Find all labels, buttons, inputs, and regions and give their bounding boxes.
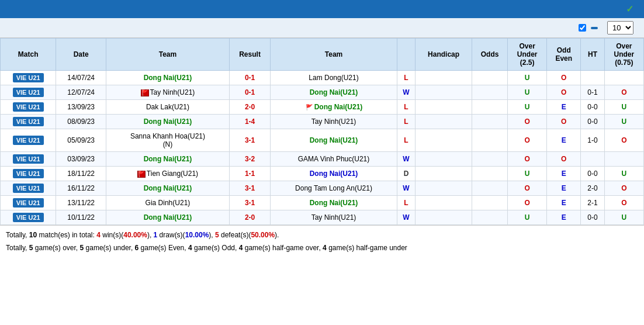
- cell-handicap: [416, 129, 472, 152]
- cell-handicap: [416, 115, 472, 129]
- cell-outcome: L: [397, 100, 415, 115]
- cell-odds: [472, 210, 508, 225]
- cell-ou075: [604, 71, 643, 85]
- col-oddeven: OddEven: [547, 39, 581, 71]
- cell-outcome: W: [397, 181, 415, 196]
- vie-badge: [591, 27, 598, 29]
- cell-ht: 2-0: [581, 181, 605, 196]
- cell-ht: 1-0: [581, 129, 605, 152]
- cell-team2: Dong Tam Long An(U21): [271, 181, 397, 196]
- footer-line2: Totally, 5 game(s) over, 5 game(s) under…: [6, 242, 638, 254]
- cell-outcome: W: [397, 210, 415, 225]
- cell-team2: Dong Nai(U21): [271, 196, 397, 210]
- cell-ou25: U: [508, 167, 547, 181]
- scores-table: Match Date Team Result Team Handicap Odd…: [0, 38, 644, 225]
- cell-match: VIE U21: [1, 100, 56, 115]
- cell-date: 18/11/22: [56, 167, 106, 181]
- cell-team1: Dong Nai(U21): [106, 115, 230, 129]
- cell-result: 0-1: [229, 85, 270, 100]
- table-header-row: Match Date Team Result Team Handicap Odd…: [1, 39, 644, 71]
- cell-date: 16/11/22: [56, 181, 106, 196]
- col-result: Result: [229, 39, 270, 71]
- cell-odds: [472, 196, 508, 210]
- cell-ou075: O: [604, 129, 643, 152]
- cell-ht: 0-0: [581, 210, 605, 225]
- cell-oddeven: E: [547, 100, 581, 115]
- cell-team1: Dong Nai(U21): [106, 181, 230, 196]
- col-date: Date: [56, 39, 106, 71]
- col-ou25: OverUnder(2.5): [508, 39, 547, 71]
- table-row: VIE U2105/09/23Sanna Khanh Hoa(U21) (N)3…: [1, 129, 644, 152]
- col-handicap: Handicap: [416, 39, 472, 71]
- table-row: VIE U2103/09/23Dong Nai(U21)3-2GAMA Vinh…: [1, 152, 644, 167]
- table-row: VIE U2113/09/23Dak Lak(U21)2-0🚩Dong Nai(…: [1, 100, 644, 115]
- cell-ou075: O: [604, 181, 643, 196]
- cell-match: VIE U21: [1, 115, 56, 129]
- cell-outcome: L: [397, 115, 415, 129]
- cell-handicap: [416, 71, 472, 85]
- col-ou075: OverUnder(0.75): [604, 39, 643, 71]
- table-row: VIE U2116/11/22Dong Nai(U21)3-1Dong Tam …: [1, 181, 644, 196]
- cell-oddeven: O: [547, 115, 581, 129]
- cell-handicap: [416, 85, 472, 100]
- cell-ht: [581, 71, 605, 85]
- cell-ou075: U: [604, 167, 643, 181]
- cell-handicap: [416, 181, 472, 196]
- cell-date: 05/09/23: [56, 129, 106, 152]
- cell-team1: Sanna Khanh Hoa(U21) (N): [106, 129, 230, 152]
- cell-date: 12/07/24: [56, 85, 106, 100]
- cell-odds: [472, 152, 508, 167]
- cell-date: 10/11/22: [56, 210, 106, 225]
- cell-match: VIE U21: [1, 152, 56, 167]
- cell-date: 03/09/23: [56, 152, 106, 167]
- games-select[interactable]: 10 5 15 20 25 All: [607, 21, 633, 34]
- table-row: VIE U2112/07/24🚩Tay Ninh(U21)0-1Dong Nai…: [1, 85, 644, 100]
- col-ht: HT: [581, 39, 605, 71]
- cell-match: VIE U21: [1, 129, 56, 152]
- cell-ou075: U: [604, 115, 643, 129]
- cell-team2: Lam Dong(U21): [271, 71, 397, 85]
- header: ✓: [0, 0, 644, 18]
- cell-ou25: O: [508, 115, 547, 129]
- table-row: VIE U2114/07/24Dong Nai(U21)0-1Lam Dong(…: [1, 71, 644, 85]
- cell-ou25: O: [508, 152, 547, 167]
- cell-ou075: U: [604, 100, 643, 115]
- footer: Totally, 10 match(es) in total: 4 win(s)…: [0, 225, 644, 259]
- cell-match: VIE U21: [1, 196, 56, 210]
- cell-team2: Tay Ninh(U21): [271, 210, 397, 225]
- cell-odds: [472, 100, 508, 115]
- col-odds: Odds: [472, 39, 508, 71]
- cell-result: 1-4: [229, 115, 270, 129]
- footer-line1: Totally, 10 match(es) in total: 4 win(s)…: [6, 229, 638, 241]
- cell-outcome: L: [397, 196, 415, 210]
- cell-match: VIE U21: [1, 181, 56, 196]
- cell-ou25: U: [508, 100, 547, 115]
- cell-ou25: O: [508, 129, 547, 152]
- cell-ht: 0-0: [581, 115, 605, 129]
- display-notes-check[interactable]: ✓: [626, 4, 633, 15]
- filter-bar: 10 5 15 20 25 All: [0, 18, 644, 38]
- cell-oddeven: E: [547, 196, 581, 210]
- vie-filter-checkbox[interactable]: [579, 24, 586, 32]
- cell-ou25: U: [508, 71, 547, 85]
- cell-handicap: [416, 196, 472, 210]
- table-row: VIE U2110/11/22Dong Nai(U21)2-0Tay Ninh(…: [1, 210, 644, 225]
- cell-ht: 0-1: [581, 85, 605, 100]
- cell-outcome: W: [397, 152, 415, 167]
- cell-team1: Dong Nai(U21): [106, 152, 230, 167]
- cell-team1: Gia Dinh(U21): [106, 196, 230, 210]
- cell-ou075: O: [604, 196, 643, 210]
- cell-oddeven: E: [547, 181, 581, 196]
- cell-ht: 0-0: [581, 167, 605, 181]
- table-row: VIE U2113/11/22Gia Dinh(U21)3-1Dong Nai(…: [1, 196, 644, 210]
- cell-odds: [472, 181, 508, 196]
- cell-match: VIE U21: [1, 85, 56, 100]
- cell-team2: Dong Nai(U21): [271, 129, 397, 152]
- cell-odds: [472, 71, 508, 85]
- cell-oddeven: E: [547, 210, 581, 225]
- cell-outcome: W: [397, 85, 415, 100]
- cell-ou25: O: [508, 181, 547, 196]
- cell-match: VIE U21: [1, 71, 56, 85]
- col-team2: Team: [271, 39, 397, 71]
- cell-team2: Tay Ninh(U21): [271, 115, 397, 129]
